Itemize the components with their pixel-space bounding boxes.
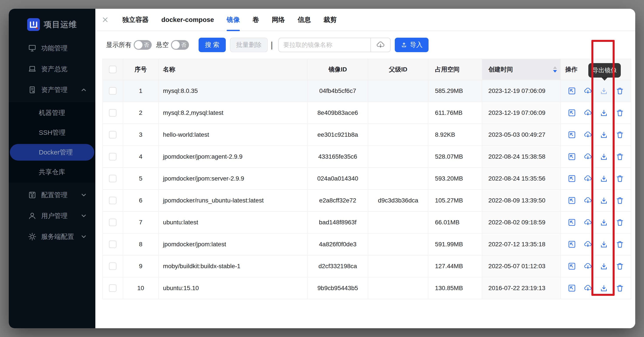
cell-parent-id (368, 146, 428, 168)
update-image-button[interactable] (584, 218, 592, 226)
export-image-button[interactable] (600, 109, 608, 117)
trash-icon (616, 153, 624, 160)
dangling-switch[interactable]: 否 (171, 40, 189, 50)
cell-size: 528.07MB (428, 146, 482, 168)
sidebar-subitem-label: 机器管理 (39, 108, 65, 118)
table-row: 8 jpomdocker/jpom:latest 4a826f0f0de3 59… (103, 234, 631, 256)
cell-parent-id (368, 278, 428, 299)
sidebar-item-user-management[interactable]: 用户管理 (9, 208, 95, 224)
tab-network[interactable]: 网络 (272, 9, 285, 31)
cell-name: ubuntu:latest (159, 212, 308, 233)
download-icon (600, 131, 608, 139)
row-checkbox[interactable] (109, 262, 116, 270)
table-row: 6 jpomdocker/runs_ubuntu-latest:latest e… (103, 190, 631, 212)
cell-no: 10 (123, 278, 159, 299)
update-image-button[interactable] (584, 284, 592, 292)
delete-image-button[interactable] (616, 87, 624, 95)
import-button[interactable]: 导入 (395, 38, 428, 52)
update-image-button[interactable] (584, 240, 592, 248)
cell-parent-id (368, 102, 428, 124)
sidebar-subitem-ssh-management[interactable]: SSH管理 (10, 124, 94, 141)
header-created-sortable[interactable]: 创建时间 (482, 59, 561, 80)
sidebar-item-function-management[interactable]: 功能管理 (9, 40, 95, 56)
dangling-label: 悬空 (156, 40, 169, 49)
row-checkbox[interactable] (109, 175, 116, 182)
row-checkbox[interactable] (109, 131, 116, 138)
delete-image-button[interactable] (616, 240, 624, 248)
delete-image-button[interactable] (616, 153, 624, 160)
run-container-button[interactable] (568, 284, 576, 292)
delete-image-button[interactable] (616, 175, 624, 182)
sidebar-item-config-management[interactable]: 配置管理 (9, 187, 95, 203)
export-image-button[interactable] (600, 153, 608, 160)
export-image-button[interactable] (600, 218, 608, 226)
toolbar: 显示所有 否 悬空 否 搜 索 批量删除 | (95, 31, 635, 59)
delete-image-button[interactable] (616, 196, 624, 204)
export-image-button[interactable] (600, 240, 608, 248)
sidebar-subitem-docker-management[interactable]: Docker管理 (10, 144, 94, 160)
tab-info[interactable]: 信息 (298, 9, 311, 31)
sidebar-subitem-shared-repository[interactable]: 共享仓库 (10, 164, 94, 180)
close-icon[interactable] (102, 16, 109, 24)
sidebar-subitem-machine-management[interactable]: 机器管理 (10, 104, 94, 121)
row-checkbox[interactable] (109, 109, 116, 116)
row-checkbox[interactable] (109, 240, 116, 248)
floppy-icon (28, 191, 36, 199)
table-row: 1 mysql:8.0.35 04fb4b5cf6c7 585.29MB 202… (103, 80, 631, 102)
export-image-button[interactable] (600, 87, 608, 95)
row-checkbox[interactable] (109, 197, 116, 204)
cell-size: 130.85MB (428, 278, 482, 299)
run-container-button[interactable] (568, 109, 576, 117)
search-button[interactable]: 搜 索 (198, 38, 226, 52)
cell-operations (561, 80, 631, 102)
sidebar-item-asset-overview[interactable]: 资产总览 (9, 61, 95, 77)
tab-docker-compose[interactable]: docker-compose (161, 9, 214, 31)
row-checkbox[interactable] (109, 219, 116, 226)
run-container-button[interactable] (568, 240, 576, 248)
table-row: 7 ubuntu:latest bad148f8963f 66.01MB 202… (103, 212, 631, 234)
sidebar-item-server-config[interactable]: 服务端配置 (9, 228, 95, 245)
run-container-button[interactable] (568, 262, 576, 270)
pull-image-button[interactable] (370, 38, 390, 52)
tab-image[interactable]: 镜像 (227, 9, 240, 31)
delete-image-button[interactable] (616, 218, 624, 226)
show-all-label: 显示所有 (106, 40, 132, 49)
row-checkbox[interactable] (109, 153, 116, 160)
show-all-switch[interactable]: 否 (134, 40, 152, 50)
run-container-button[interactable] (568, 196, 576, 204)
tab-standalone-container[interactable]: 独立容器 (122, 9, 148, 31)
update-image-button[interactable] (584, 131, 592, 139)
select-all-checkbox[interactable] (109, 66, 116, 73)
sidebar-item-asset-management[interactable]: 资产管理 (9, 82, 95, 98)
update-image-button[interactable] (584, 87, 592, 95)
export-image-button[interactable] (600, 284, 608, 292)
tab-prune[interactable]: 裁剪 (324, 9, 337, 31)
update-image-button[interactable] (584, 175, 592, 182)
run-container-button[interactable] (568, 175, 576, 182)
row-checkbox[interactable] (109, 284, 116, 292)
delete-image-button[interactable] (616, 262, 624, 270)
cell-operations (561, 124, 631, 146)
trash-icon (616, 284, 624, 292)
export-image-button[interactable] (600, 131, 608, 139)
update-image-button[interactable] (584, 153, 592, 160)
export-image-button[interactable] (600, 262, 608, 270)
pull-image-input[interactable] (279, 42, 370, 48)
delete-image-button[interactable] (616, 109, 624, 117)
export-image-button[interactable] (600, 175, 608, 182)
cell-parent-id (368, 80, 428, 102)
run-container-button[interactable] (568, 218, 576, 226)
run-container-button[interactable] (568, 131, 576, 139)
batch-delete-button[interactable]: 批量删除 (230, 38, 268, 52)
update-image-button[interactable] (584, 109, 592, 117)
update-image-button[interactable] (584, 262, 592, 270)
delete-image-button[interactable] (616, 284, 624, 292)
delete-image-button[interactable] (616, 131, 624, 139)
row-checkbox[interactable] (109, 87, 116, 95)
run-container-button[interactable] (568, 87, 576, 95)
table-row: 9 moby/buildkit:buildx-stable-1 d2cf3321… (103, 256, 631, 278)
export-image-button[interactable] (600, 196, 608, 204)
tab-volume[interactable]: 卷 (252, 9, 259, 31)
run-container-button[interactable] (568, 153, 576, 160)
update-image-button[interactable] (584, 196, 592, 204)
